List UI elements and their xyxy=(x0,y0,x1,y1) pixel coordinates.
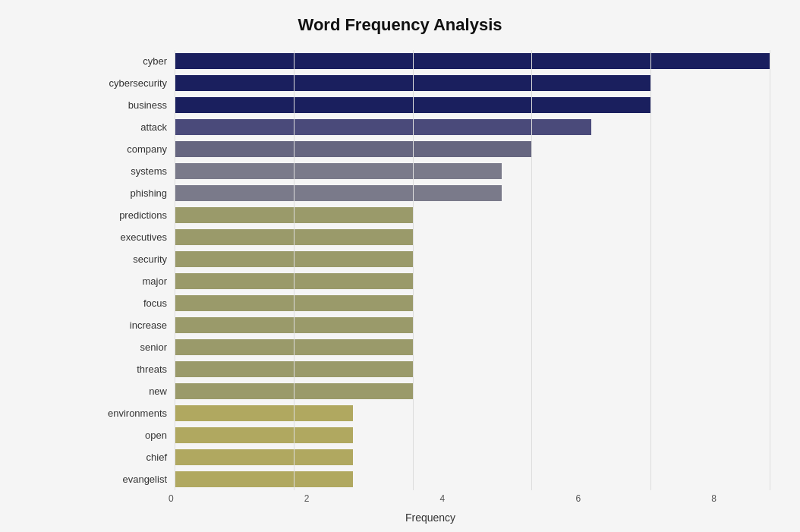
bar xyxy=(175,163,502,178)
bar-label: phishing xyxy=(91,187,175,199)
bar-wrap xyxy=(175,229,770,244)
bar-row: evangelist xyxy=(91,468,770,490)
bar-row: senior xyxy=(91,336,770,358)
bar-label: chief xyxy=(91,452,175,463)
bar xyxy=(175,53,770,68)
bar-wrap xyxy=(175,185,770,200)
bar-wrap xyxy=(175,317,770,332)
bar-label: open xyxy=(91,430,175,441)
bar xyxy=(175,141,531,156)
bar-label: cybersecurity xyxy=(91,77,175,89)
bar-label: executives xyxy=(91,231,175,243)
bar-wrap xyxy=(175,383,770,398)
bar-row: environments xyxy=(91,402,770,424)
bar-wrap xyxy=(175,251,770,266)
bar xyxy=(175,405,353,420)
bar-label: systems xyxy=(91,165,175,177)
bar-wrap xyxy=(175,471,770,486)
bar-label: threats xyxy=(91,364,175,375)
bar xyxy=(175,75,650,90)
bar-wrap xyxy=(175,207,770,222)
bar-row: predictions xyxy=(91,204,770,226)
bar-row: security xyxy=(91,248,770,270)
bar-row: major xyxy=(91,270,770,292)
bar-chart: cybercybersecuritybusinessattackcompanys… xyxy=(91,50,770,490)
bar-label: new xyxy=(91,386,175,397)
bar xyxy=(175,339,413,354)
bar xyxy=(175,273,413,288)
bar-row: systems xyxy=(91,160,770,182)
bar-wrap xyxy=(175,339,770,354)
x-tick: 0 xyxy=(169,493,174,504)
bar-wrap xyxy=(175,273,770,288)
bar-wrap xyxy=(175,449,770,464)
bar-label: company xyxy=(91,143,175,155)
bar xyxy=(175,119,591,134)
x-tick: 8 xyxy=(711,493,717,504)
x-tick: 4 xyxy=(440,493,446,504)
x-axis: 0246810 xyxy=(175,493,800,508)
bar xyxy=(175,383,413,398)
bar-row: open xyxy=(91,424,770,446)
bar xyxy=(175,317,413,332)
bar-row: chief xyxy=(91,446,770,468)
chart-container: Word Frequency Analysis cybercybersecuri… xyxy=(0,0,800,532)
bar-wrap xyxy=(175,75,770,90)
bar-wrap xyxy=(175,163,770,178)
bar-wrap xyxy=(175,361,770,376)
bar xyxy=(175,427,353,442)
bar-wrap xyxy=(175,119,770,134)
bar xyxy=(175,207,413,222)
bar-row: cyber xyxy=(91,50,770,72)
bar-label: senior xyxy=(91,342,175,353)
gridline xyxy=(770,50,770,490)
bar xyxy=(175,361,413,376)
bar-wrap xyxy=(175,53,770,68)
x-tick: 6 xyxy=(575,493,581,504)
bar xyxy=(175,295,413,310)
bar xyxy=(175,185,502,200)
bar-label: attack xyxy=(91,121,175,133)
bar-wrap xyxy=(175,295,770,310)
bar-row: attack xyxy=(91,116,770,138)
bar-wrap xyxy=(175,427,770,442)
bar-label: focus xyxy=(91,297,175,309)
bar-row: phishing xyxy=(91,182,770,204)
bar-wrap xyxy=(175,141,770,156)
bar-row: executives xyxy=(91,226,770,248)
bar-row: threats xyxy=(91,358,770,380)
bar-label: cyber xyxy=(91,55,175,67)
bar-row: increase xyxy=(91,314,770,336)
bar-label: business xyxy=(91,99,175,111)
bar xyxy=(175,229,413,244)
x-tick: 2 xyxy=(304,493,310,504)
chart-area: cybercybersecuritybusinessattackcompanys… xyxy=(91,50,770,490)
bar-wrap xyxy=(175,405,770,420)
bar xyxy=(175,97,650,112)
bar-label: environments xyxy=(91,408,175,419)
bar-label: evangelist xyxy=(91,474,175,485)
x-axis-label: Frequency xyxy=(91,512,770,524)
bar-row: cybersecurity xyxy=(91,72,770,94)
bar-row: business xyxy=(91,94,770,116)
bar-label: security xyxy=(91,253,175,265)
bar-row: company xyxy=(91,138,770,160)
bar-label: increase xyxy=(91,320,175,331)
bar xyxy=(175,449,353,464)
bar-row: focus xyxy=(91,292,770,314)
chart-title: Word Frequency Analysis xyxy=(30,15,770,35)
bar-row: new xyxy=(91,380,770,402)
bar xyxy=(175,251,413,266)
bar xyxy=(175,471,353,486)
bar-label: major xyxy=(91,275,175,287)
bar-label: predictions xyxy=(91,209,175,221)
bar-wrap xyxy=(175,97,770,112)
